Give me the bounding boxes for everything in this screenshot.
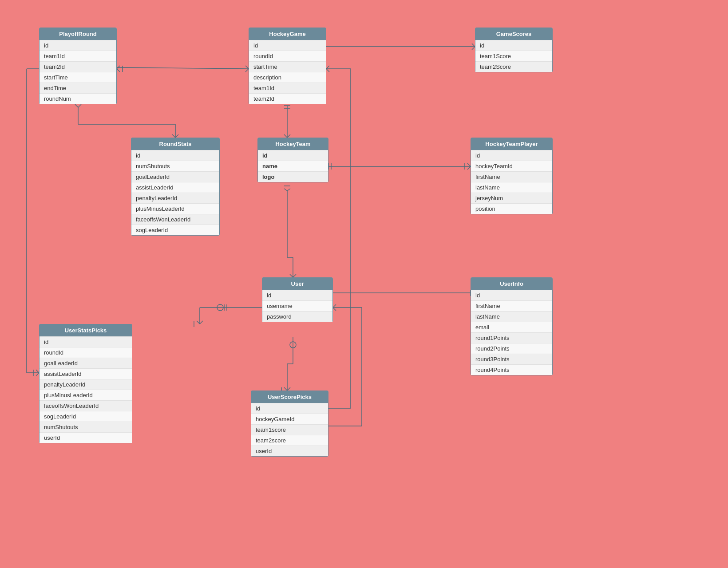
field-row: roundId <box>249 51 326 61</box>
table-header-playoff-round: PlayoffRound <box>40 28 116 40</box>
field-row: round3Points <box>471 354 552 364</box>
svg-line-35 <box>284 189 287 191</box>
table-header-hockey-team: HockeyTeam <box>258 138 328 150</box>
field-row: goalLeaderId <box>40 358 132 368</box>
field-row: numShutouts <box>131 161 219 171</box>
svg-point-66 <box>290 342 296 348</box>
field-row: logo <box>258 171 328 182</box>
field-row: numShutouts <box>40 422 132 432</box>
field-row: round4Points <box>471 364 552 375</box>
field-row: faceoffsWonLeaderId <box>40 400 132 411</box>
field-row: team1score <box>251 424 328 435</box>
field-row: team1Id <box>40 51 116 61</box>
field-row: penaltyLeaderId <box>40 379 132 390</box>
field-row: userId <box>251 446 328 456</box>
svg-line-60 <box>36 373 39 376</box>
table-header-round-stats: RoundStats <box>131 138 219 150</box>
table-hockey-game: HockeyGame id roundId startTime descript… <box>249 28 326 104</box>
svg-line-36 <box>287 189 290 191</box>
table-user-score-picks: UserScorePicks id hockeyGameId team1scor… <box>251 390 328 457</box>
field-row: id <box>131 150 219 161</box>
svg-line-82 <box>333 308 336 311</box>
svg-line-59 <box>36 370 39 373</box>
svg-line-68 <box>287 387 290 390</box>
svg-line-22 <box>287 134 290 138</box>
field-row: sogLeaderId <box>40 411 132 422</box>
svg-line-0 <box>117 67 249 69</box>
field-row: team2Id <box>249 93 326 104</box>
svg-line-67 <box>284 387 287 390</box>
table-round-stats: RoundStats id numShutouts goalLeaderId a… <box>131 138 220 236</box>
table-header-user: User <box>262 278 332 290</box>
field-row: lastName <box>471 182 552 193</box>
field-row: id <box>40 336 132 347</box>
svg-line-15 <box>172 134 175 138</box>
table-header-user-score-picks: UserScorePicks <box>251 391 328 403</box>
table-hockey-team: HockeyTeam id name logo <box>257 138 328 182</box>
table-header-user-info: UserInfo <box>471 278 552 290</box>
field-row: id <box>40 40 116 51</box>
field-row: description <box>249 72 326 83</box>
svg-line-75 <box>326 69 329 72</box>
field-row: assistLeaderId <box>131 182 219 193</box>
field-row: firstName <box>471 171 552 182</box>
svg-line-8 <box>472 43 475 47</box>
field-row: username <box>262 300 332 311</box>
svg-line-18 <box>78 104 81 107</box>
svg-line-4 <box>117 69 120 72</box>
field-row: penaltyLeaderId <box>131 193 219 203</box>
svg-point-47 <box>217 304 223 311</box>
svg-line-74 <box>326 66 329 69</box>
svg-line-29 <box>467 166 471 170</box>
field-row: id <box>249 40 326 51</box>
field-row: plusMinusLeaderId <box>40 390 132 400</box>
table-header-game-scores: GameScores <box>475 28 552 40</box>
field-row: hockeyGameId <box>251 414 328 424</box>
svg-line-17 <box>75 104 78 107</box>
svg-line-51 <box>200 321 203 324</box>
field-row: id <box>262 290 332 300</box>
field-row: jerseyNum <box>471 193 552 203</box>
field-row: team1Id <box>249 83 326 93</box>
field-row: id <box>258 150 328 161</box>
field-row: name <box>258 161 328 171</box>
table-game-scores: GameScores id team1Score team2Score <box>475 28 553 72</box>
field-row: hockeyTeamId <box>471 161 552 171</box>
svg-line-28 <box>467 163 471 166</box>
field-row: firstName <box>471 300 552 311</box>
field-row: plusMinusLeaderId <box>131 203 219 214</box>
svg-line-3 <box>117 66 120 69</box>
svg-line-1 <box>245 66 249 69</box>
svg-line-39 <box>293 274 296 277</box>
table-header-hockey-team-player: HockeyTeamPlayer <box>471 138 552 150</box>
field-row: position <box>471 203 552 214</box>
svg-line-16 <box>175 134 178 138</box>
field-row: team2score <box>251 435 328 446</box>
svg-line-2 <box>245 69 249 72</box>
field-row: id <box>251 403 328 414</box>
field-row: team2Id <box>40 61 116 72</box>
field-row: round1Points <box>471 332 552 343</box>
erd-diagram: PlayoffRound id team1Id team2Id startTim… <box>0 0 728 568</box>
field-row: email <box>471 322 552 332</box>
table-user-stats-picks: UserStatsPicks id roundId goalLeaderId a… <box>39 324 132 443</box>
field-row: team2Score <box>475 61 552 72</box>
field-row: id <box>471 150 552 161</box>
table-playoff-round: PlayoffRound id team1Id team2Id startTim… <box>39 28 117 104</box>
svg-line-50 <box>197 321 200 324</box>
field-row: userId <box>40 432 132 443</box>
svg-line-38 <box>290 274 293 277</box>
field-row: password <box>262 311 332 322</box>
field-row: faceoffsWonLeaderId <box>131 214 219 225</box>
field-row: startTime <box>40 72 116 83</box>
table-header-hockey-game: HockeyGame <box>249 28 326 40</box>
field-row: id <box>471 290 552 300</box>
svg-line-21 <box>284 134 287 138</box>
field-row: roundId <box>40 347 132 358</box>
field-row: roundNum <box>40 93 116 104</box>
table-hockey-team-player: HockeyTeamPlayer id hockeyTeamId firstNa… <box>471 138 553 214</box>
field-row: id <box>475 40 552 51</box>
field-row: assistLeaderId <box>40 368 132 379</box>
field-row: goalLeaderId <box>131 171 219 182</box>
table-user-info: UserInfo id firstName lastName email rou… <box>471 277 553 375</box>
